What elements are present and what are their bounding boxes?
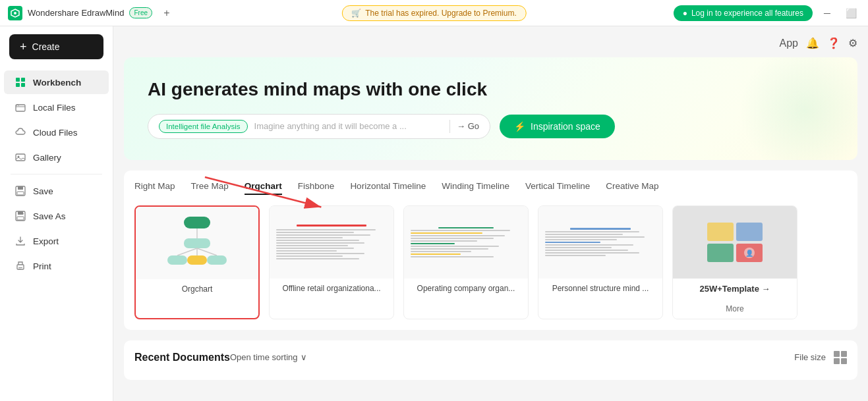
svg-point-0: [14, 12, 16, 14]
tab-right-map[interactable]: Right Map: [134, 181, 175, 195]
app-name: Wondershare EdrawMind: [28, 8, 124, 18]
svg-rect-15: [17, 265, 24, 269]
template-card-orgchart[interactable]: Orgchart: [134, 205, 260, 319]
sidebar-item-save-as[interactable]: + Save As: [4, 204, 109, 228]
tab-orgchart[interactable]: Orgchart: [245, 181, 282, 195]
titlebar: Wondershare EdrawMind Free + 🛒 The trial…: [0, 0, 868, 26]
free-badge: Free: [129, 7, 152, 18]
new-tab-button[interactable]: +: [158, 4, 176, 22]
print-icon: [14, 260, 26, 272]
content-header: App 🔔 ❓ ⚙: [124, 37, 857, 49]
trial-banner: 🛒 The trial has expired. Upgrade to Prem…: [341, 5, 526, 21]
recent-header: Recent Documents Open time sorting ∨ Fil…: [134, 351, 847, 364]
svg-rect-17: [18, 269, 21, 269]
hero-banner: AI generates mind maps with one click In…: [124, 57, 857, 160]
export-icon: [14, 235, 26, 247]
sidebar-item-save[interactable]: Save: [4, 179, 109, 203]
trial-message: The trial has expired. Upgrade to Premiu…: [365, 9, 516, 18]
personnel-structure-label: Personnel structure mind ...: [538, 279, 662, 298]
app-label: App: [780, 38, 798, 49]
svg-line-25: [197, 248, 217, 255]
help-button[interactable]: ❓: [827, 37, 840, 49]
sidebar-item-export[interactable]: Export: [4, 229, 109, 253]
export-label: Export: [33, 236, 59, 246]
tab-vertical-timeline[interactable]: Vertical Timeline: [525, 181, 590, 195]
login-button[interactable]: ● Log in to experience all features: [674, 5, 813, 21]
save-icon: [14, 185, 26, 197]
login-label: Log in to experience all features: [691, 9, 803, 18]
svg-rect-4: [21, 83, 25, 87]
svg-text:+: +: [22, 211, 24, 215]
gallery-icon: [14, 151, 26, 163]
go-button[interactable]: → Go: [457, 121, 479, 131]
titlebar-right: ● Log in to experience all features ─ ⬜: [674, 4, 868, 22]
cloud-files-label: Cloud Files: [33, 128, 78, 138]
app-logo: [8, 6, 22, 20]
save-as-icon: +: [14, 210, 26, 222]
more-sub-label: More: [673, 299, 797, 319]
more-label: 25W+Template →: [699, 284, 770, 294]
tab-horizontal-timeline[interactable]: Horizontal Timeline: [350, 181, 426, 195]
grid-toggle-button[interactable]: [834, 351, 847, 364]
tab-creative-map[interactable]: Creative Map: [606, 181, 658, 195]
cloud-files-icon: [14, 126, 26, 138]
svg-rect-9: [18, 186, 23, 190]
local-files-label: Local Files: [33, 103, 76, 113]
settings-button[interactable]: ⚙: [848, 37, 857, 49]
sidebar-item-print[interactable]: Print: [4, 254, 109, 278]
local-files-icon: [14, 101, 26, 113]
svg-rect-26: [167, 255, 187, 265]
offline-retail-thumb: [270, 206, 393, 279]
template-card-offline-retail[interactable]: Offline retail organizationa...: [269, 205, 394, 319]
template-card-more[interactable]: 👤 25W+Template → More: [672, 205, 797, 319]
hero-title: AI generates mind maps with one click: [148, 78, 836, 101]
tab-fishbone[interactable]: Fishbone: [298, 181, 335, 195]
orgchart-thumb: [136, 207, 258, 279]
create-button[interactable]: + Create: [9, 34, 103, 59]
recent-title: Recent Documents: [134, 352, 230, 363]
main-layout: + Create Workbench Local Files Cloud Fil…: [0, 26, 868, 401]
bell-icon: 🔔: [806, 37, 819, 49]
template-card-operating-company[interactable]: Operating company organ...: [403, 205, 529, 319]
template-section: Right Map Tree Map Orgchart Fishbone Hor…: [124, 171, 857, 330]
sidebar-item-workbench[interactable]: Workbench: [4, 70, 109, 94]
svg-rect-2: [21, 78, 25, 82]
sort-label: Open time sorting: [230, 352, 298, 362]
user-circle-icon: ●: [683, 9, 687, 18]
content-area: App 🔔 ❓ ⚙ AI generates mind maps with on…: [113, 26, 868, 401]
tab-tree-map[interactable]: Tree Map: [191, 181, 229, 195]
sidebar: + Create Workbench Local Files Cloud Fil…: [0, 26, 113, 401]
svg-rect-16: [18, 267, 22, 268]
svg-rect-6: [16, 154, 25, 161]
svg-rect-10: [17, 192, 24, 195]
svg-rect-20: [184, 217, 210, 228]
notification-button[interactable]: 🔔: [806, 37, 819, 49]
recent-section: Recent Documents Open time sorting ∨ Fil…: [124, 340, 857, 380]
restore-button[interactable]: ⬜: [842, 4, 860, 22]
tab-winding-timeline[interactable]: Winding Timeline: [442, 181, 509, 195]
template-tabs: Right Map Tree Map Orgchart Fishbone Hor…: [134, 181, 847, 195]
operating-company-label: Operating company organ...: [404, 279, 528, 298]
svg-text:👤: 👤: [745, 249, 754, 257]
search-tag: Intelligent file Analysis: [159, 120, 248, 133]
minimize-button[interactable]: ─: [818, 4, 836, 22]
settings-icon: ⚙: [848, 37, 857, 49]
chevron-down-icon: ∨: [301, 352, 307, 362]
lightning-icon: ⚡: [514, 121, 525, 132]
orgchart-diagram: [158, 213, 237, 273]
sidebar-item-gallery[interactable]: Gallery: [4, 146, 109, 169]
app-button[interactable]: App: [780, 38, 798, 49]
template-grid: Orgchart: [134, 205, 847, 319]
inspiration-button[interactable]: ⚡ Inspiration space: [500, 115, 615, 138]
hero-search-row: Intelligent file Analysis Imagine anythi…: [148, 114, 836, 139]
template-card-personnel-structure[interactable]: Personnel structure mind ...: [538, 205, 663, 319]
workbench-icon: [14, 76, 26, 88]
sidebar-item-cloud-files[interactable]: Cloud Files: [4, 120, 109, 144]
offline-retail-label: Offline retail organizationa...: [270, 279, 393, 298]
sort-button[interactable]: Open time sorting ∨: [230, 352, 307, 362]
create-label: Create: [32, 41, 60, 52]
sidebar-item-local-files[interactable]: Local Files: [4, 95, 109, 119]
hero-search-box[interactable]: Intelligent file Analysis Imagine anythi…: [148, 114, 490, 139]
svg-rect-5: [16, 105, 25, 111]
svg-rect-22: [184, 238, 210, 248]
